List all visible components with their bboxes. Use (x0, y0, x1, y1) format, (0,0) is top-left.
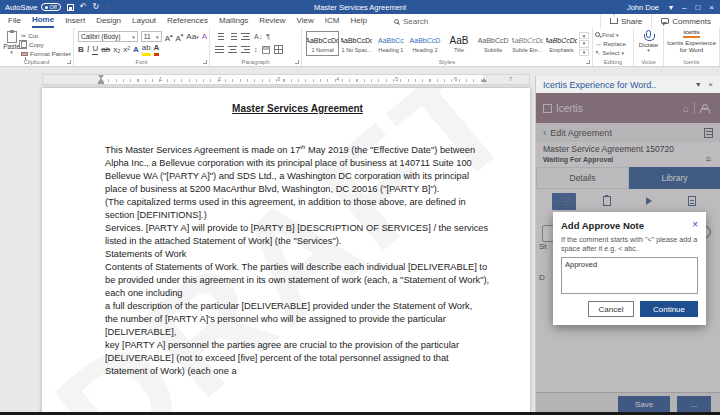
cut-label: Cut (28, 32, 38, 39)
sort-icon[interactable]: A↓ (254, 33, 262, 40)
maximize-icon[interactable]: □ (695, 3, 700, 12)
ribbon-display-options-icon[interactable]: ▾ (669, 3, 673, 12)
style-title[interactable]: AaBTitle (443, 31, 476, 56)
cut-icon: ✂ (21, 32, 26, 39)
horizontal-ruler: 1 2 3 4 5 6 7 (42, 74, 530, 85)
font-family-value: Calibri (Body) (81, 33, 120, 40)
select-button[interactable]: ↖Select▾ (595, 48, 631, 57)
left-indent-marker[interactable] (98, 82, 104, 84)
styles-scroll-up-icon[interactable]: ▲ (579, 32, 589, 39)
share-button[interactable]: Share (600, 14, 651, 28)
format-painter-button[interactable]: Format Painter (21, 50, 71, 57)
tab-layout[interactable]: Layout (132, 15, 156, 27)
document-page[interactable]: DRAFT Master Services Agreement This Mas… (42, 88, 530, 415)
font-dialog-launcher-icon[interactable] (203, 60, 207, 64)
bullet-list-icon[interactable] (215, 33, 224, 40)
bold-button[interactable]: B (78, 45, 84, 55)
style-emphasis[interactable]: AaBbCcDdEmphasis (545, 31, 578, 56)
customize-qat-icon[interactable]: ▾ (105, 5, 108, 9)
tab-icm[interactable]: ICM (325, 15, 340, 27)
paste-dropdown-icon[interactable]: ▾ (10, 50, 13, 54)
dialog-close-icon[interactable]: × (692, 220, 698, 229)
paragraph-mark-icon[interactable]: ¶ (266, 33, 270, 40)
tab-references[interactable]: References (167, 15, 208, 27)
subscript-button[interactable]: x₂ (113, 45, 120, 55)
tab-insert[interactable]: Insert (65, 15, 85, 27)
text-effects-button[interactable]: A (133, 45, 139, 55)
replace-icon: ↔ (595, 40, 601, 47)
comments-button[interactable]: Comments (651, 14, 720, 28)
shrink-font-button[interactable]: A▾ (175, 30, 183, 44)
minimize-icon[interactable]: – (682, 3, 686, 12)
word-window: AutoSave Off ↶ ↻ ▾ Master Services Agree… (0, 0, 720, 415)
line-spacing-icon[interactable]: ↕ (254, 46, 258, 53)
autosave-toggle[interactable]: AutoSave Off (5, 3, 61, 12)
right-indent-marker[interactable] (481, 78, 487, 82)
tab-mailings[interactable]: Mailings (219, 15, 248, 27)
paragraph-description: a full description of the particular [DE… (105, 300, 490, 313)
styles-more-icon[interactable]: ▼ (579, 49, 589, 56)
replace-button[interactable]: ↔Replace (595, 39, 631, 48)
tab-help[interactable]: Help (350, 15, 366, 27)
autosave-switch[interactable]: Off (41, 3, 61, 11)
styles-scroll-down-icon[interactable]: ▼ (579, 40, 589, 47)
copy-button[interactable]: Copy (21, 41, 71, 48)
tab-design[interactable]: Design (96, 15, 121, 27)
pane-close-icon[interactable]: × (708, 80, 713, 89)
style-no-spacing[interactable]: AaBbCcDd1 No Spac... (340, 31, 373, 56)
underline-button[interactable]: U (92, 44, 98, 55)
font-group: Calibri (Body)▾ 11▾ A▴ A▾ Aa▾ A B I U ab… (74, 28, 210, 66)
redo-icon[interactable]: ↻ (92, 3, 99, 11)
numbered-list-icon[interactable] (228, 33, 237, 40)
indent-decrease-icon[interactable] (241, 33, 250, 40)
align-right-icon[interactable] (241, 46, 250, 53)
document-body[interactable]: Master Services Agreement This Master Se… (105, 103, 490, 378)
autosave-state: Off (50, 4, 57, 10)
paragraph-definitions: (The capitalized terms used in this agre… (105, 196, 490, 222)
cancel-button[interactable]: Cancel (588, 301, 634, 317)
italic-button[interactable]: I (87, 45, 90, 55)
select-icon: ↖ (595, 49, 600, 56)
undo-icon[interactable]: ↶ (80, 3, 87, 11)
tab-file[interactable]: File (8, 15, 21, 27)
font-size-select[interactable]: 11▾ (141, 31, 162, 42)
align-center-icon[interactable] (228, 46, 237, 53)
style-heading2[interactable]: AaBbCcDHeading 2 (408, 31, 441, 56)
pane-options-icon[interactable]: ▾ (696, 80, 700, 89)
dictate-dropdown-icon[interactable]: ▾ (647, 48, 650, 52)
tab-home[interactable]: Home (32, 14, 54, 28)
task-pane-titlebar: Icertis Experience for Word.. ▾ × (536, 76, 720, 93)
user-name[interactable]: John Doe (627, 3, 659, 12)
icertis-group-label: Icertis (664, 59, 719, 65)
highlight-button[interactable]: ab (142, 43, 151, 56)
paragraph-dialog-launcher-icon[interactable] (295, 60, 299, 64)
style-subtitle[interactable]: AaBbCcDSubtitle (477, 31, 510, 56)
paragraph-services: Services. [PARTY A] will provide to [PAR… (105, 222, 490, 248)
font-family-select[interactable]: Calibri (Body)▾ (78, 31, 138, 42)
shading-icon[interactable] (262, 46, 270, 54)
grow-font-button[interactable]: A▴ (165, 30, 173, 44)
align-left-icon[interactable] (215, 46, 224, 53)
style-heading1[interactable]: AaBbCcHeading 1 (374, 31, 407, 56)
borders-icon[interactable] (274, 45, 283, 54)
style-normal[interactable]: AaBbCcDd1 Normal (306, 31, 339, 56)
icertis-experience-button[interactable]: Icertis Experience for Word (667, 39, 716, 53)
styles-dialog-launcher-icon[interactable] (586, 60, 590, 64)
find-button[interactable]: Find▾ (595, 30, 631, 39)
style-subtle-emphasis[interactable]: AaBbCcDdSubtle Em... (511, 31, 544, 56)
font-color-button[interactable]: A (154, 43, 160, 56)
search-box[interactable]: Search (394, 17, 428, 26)
clipboard-dialog-launcher-icon[interactable] (67, 60, 71, 64)
tab-review[interactable]: Review (259, 15, 285, 27)
save-icon[interactable] (67, 4, 74, 11)
superscript-button[interactable]: x² (123, 45, 130, 55)
task-pane-title: Icertis Experience for Word.. (543, 80, 688, 90)
clear-formatting-button[interactable]: A (202, 32, 207, 42)
strikethrough-button[interactable]: ab (101, 45, 110, 55)
close-icon[interactable]: × (709, 3, 714, 12)
cut-button[interactable]: ✂Cut (21, 32, 71, 39)
approve-note-input[interactable]: Approved (561, 257, 698, 294)
change-case-button[interactable]: Aa▾ (186, 32, 198, 42)
tab-view[interactable]: View (297, 15, 314, 27)
continue-button[interactable]: Continue (640, 301, 698, 317)
